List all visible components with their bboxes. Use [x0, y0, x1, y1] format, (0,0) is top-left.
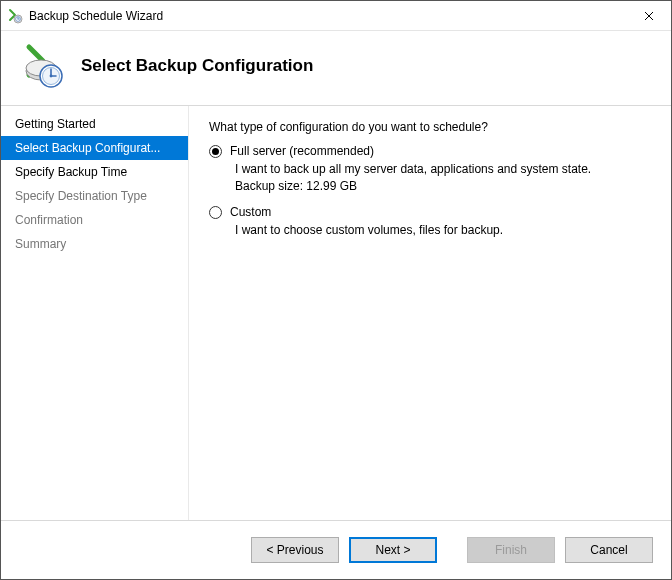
previous-button[interactable]: < Previous — [251, 537, 339, 563]
content-pane: What type of configuration do you want t… — [189, 106, 671, 520]
option-custom-desc: I want to choose custom volumes, files f… — [235, 223, 651, 237]
radio-custom[interactable] — [209, 206, 222, 219]
option-full-server-size: Backup size: 12.99 GB — [235, 179, 651, 193]
wizard-footer: < Previous Next > Finish Cancel — [1, 520, 671, 579]
step-confirmation[interactable]: Confirmation — [1, 208, 188, 232]
option-full-server-desc: I want to back up all my server data, ap… — [235, 162, 651, 176]
svg-point-6 — [50, 75, 53, 78]
option-full-server-label[interactable]: Full server (recommended) — [230, 144, 374, 158]
step-getting-started[interactable]: Getting Started — [1, 112, 188, 136]
window-title: Backup Schedule Wizard — [29, 9, 626, 23]
backup-clock-icon — [19, 43, 65, 89]
option-custom-label[interactable]: Custom — [230, 205, 271, 219]
radio-full-server[interactable] — [209, 145, 222, 158]
next-button[interactable]: Next > — [349, 537, 437, 563]
close-button[interactable] — [626, 1, 671, 30]
wizard-window: Backup Schedule Wizard Select Backup Con… — [0, 0, 672, 580]
option-full-server: Full server (recommended) I want to back… — [209, 144, 651, 193]
step-specify-backup-time[interactable]: Specify Backup Time — [1, 160, 188, 184]
config-prompt: What type of configuration do you want t… — [209, 120, 651, 134]
wizard-header: Select Backup Configuration — [1, 31, 671, 106]
wizard-body: Getting Started Select Backup Configurat… — [1, 106, 671, 520]
page-title: Select Backup Configuration — [81, 56, 313, 76]
option-custom: Custom I want to choose custom volumes, … — [209, 205, 651, 237]
cancel-button[interactable]: Cancel — [565, 537, 653, 563]
app-icon — [7, 8, 23, 24]
step-summary[interactable]: Summary — [1, 232, 188, 256]
titlebar: Backup Schedule Wizard — [1, 1, 671, 31]
step-select-backup-configuration[interactable]: Select Backup Configurat... — [1, 136, 188, 160]
finish-button: Finish — [467, 537, 555, 563]
steps-sidebar: Getting Started Select Backup Configurat… — [1, 106, 189, 520]
step-specify-destination-type[interactable]: Specify Destination Type — [1, 184, 188, 208]
